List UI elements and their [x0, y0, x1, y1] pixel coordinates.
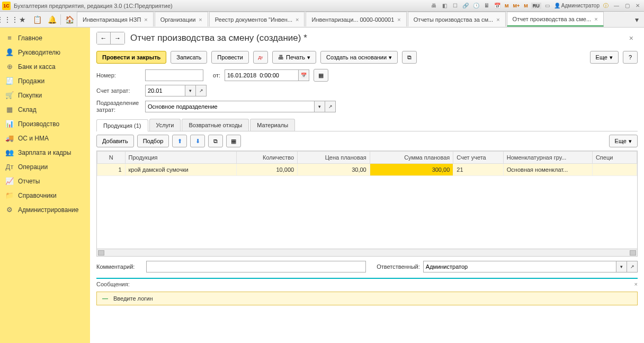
column-header[interactable]: Количество — [236, 152, 298, 164]
sidebar-item[interactable]: 🛒Покупки — [0, 88, 90, 102]
clipboard-icon[interactable]: 📋 — [30, 12, 44, 27]
cell-spec[interactable] — [592, 164, 637, 176]
column-header[interactable]: Сумма плановая — [370, 152, 453, 164]
column-header[interactable]: Номенклатурная гру... — [503, 152, 592, 164]
cell-price[interactable]: 30,00 — [298, 164, 370, 176]
table-more-button[interactable]: Еще ▾ — [609, 135, 638, 147]
account-dropdown-icon[interactable]: ▾ — [185, 85, 196, 96]
structure-icon[interactable]: ⧉ — [402, 51, 417, 64]
create-based-button[interactable]: Создать на основании ▾ — [320, 51, 398, 64]
home-icon[interactable]: 🏠 — [62, 12, 77, 27]
tab[interactable]: Организации× — [155, 12, 208, 27]
messages-close-icon[interactable]: × — [634, 281, 638, 287]
tab-close-icon[interactable]: × — [594, 16, 597, 22]
cell-account[interactable]: 21 — [453, 164, 504, 176]
dept-input[interactable] — [145, 101, 315, 112]
column-header[interactable]: Продукция — [125, 152, 236, 164]
sidebar-item[interactable]: ДтОперации — [0, 160, 90, 174]
save-button[interactable]: Записать — [171, 51, 207, 64]
m-plus-badge[interactable]: M+ — [512, 3, 521, 9]
copy-icon[interactable]: ⧉ — [208, 135, 223, 147]
column-header[interactable]: Счет учета — [453, 152, 504, 164]
back-button[interactable]: ← — [97, 32, 111, 44]
tool-icon-1[interactable]: ◧ — [440, 2, 449, 10]
account-input[interactable] — [145, 85, 185, 96]
post-button[interactable]: Провести — [211, 51, 249, 64]
responsible-input[interactable] — [423, 261, 616, 272]
column-header[interactable]: Цена плановая — [298, 152, 370, 164]
info-icon[interactable]: ⓘ — [602, 2, 610, 10]
column-header[interactable]: N — [97, 152, 126, 164]
link-icon[interactable]: 🔗 — [461, 2, 470, 10]
sidebar-item[interactable]: 📁Справочники — [0, 188, 90, 203]
print-icon[interactable]: 🖶 — [430, 2, 438, 10]
tab[interactable]: Инвентаризаци... 0000-000001× — [306, 12, 406, 27]
add-row-button[interactable]: Добавить — [96, 135, 134, 147]
post-close-button[interactable]: Провести и закрыть — [96, 51, 166, 64]
sidebar-item[interactable]: 📈Отчеты — [0, 174, 90, 188]
star-icon[interactable]: ★ — [15, 12, 30, 27]
date-extra-icon[interactable]: ▦ — [314, 69, 328, 82]
select-button[interactable]: Подбор — [137, 135, 169, 147]
cell-group[interactable]: Основная номенклат... — [503, 164, 592, 176]
responsible-dropdown-icon[interactable]: ▾ — [616, 261, 627, 272]
m-badge[interactable]: M — [504, 3, 510, 9]
horizontal-scrollbar[interactable] — [97, 249, 637, 256]
doc-tab[interactable]: Услуги — [149, 119, 181, 131]
window-icon[interactable]: ▭ — [543, 2, 552, 10]
sidebar-item[interactable]: 🚚ОС и НМА — [0, 131, 90, 145]
cell-qty[interactable]: 10,000 — [236, 164, 298, 176]
sidebar-item[interactable]: 🧾Продажи — [0, 74, 90, 88]
tab[interactable]: Инвентаризация НЗП× — [77, 12, 154, 27]
tab-close-icon[interactable]: × — [199, 16, 202, 23]
sidebar-item[interactable]: 👤Руководителю — [0, 45, 90, 59]
calendar-icon[interactable]: 📅 — [493, 2, 502, 10]
column-header[interactable]: Специ — [592, 152, 637, 164]
tab[interactable]: Реестр документов "Инвен...× — [209, 12, 305, 27]
cell-product[interactable]: крой дамской сумочки — [125, 164, 236, 176]
doc-tab[interactable]: Продукция (1) — [96, 119, 148, 131]
paste-icon[interactable]: ▦ — [226, 135, 241, 147]
number-input[interactable] — [145, 69, 203, 81]
sidebar-item[interactable]: 👥Зарплата и кадры — [0, 145, 90, 160]
tool-icon-2[interactable]: ☐ — [451, 2, 459, 10]
bell-icon[interactable]: 🔔 — [44, 12, 59, 27]
move-down-icon[interactable]: ⬇ — [190, 135, 205, 147]
table-row[interactable]: 1крой дамской сумочки10,00030,00300,0021… — [97, 164, 637, 176]
m-badge-2[interactable]: M — [523, 3, 529, 9]
tab[interactable]: Отчеты производства за см...× — [408, 12, 506, 27]
tab-close-icon[interactable]: × — [496, 16, 499, 23]
maximize-icon[interactable]: ▢ — [623, 2, 631, 10]
dtkt-icon[interactable]: Дт — [253, 51, 268, 64]
clock-icon[interactable]: 🕓 — [472, 2, 480, 10]
tab[interactable]: Отчет производства за сме...× — [507, 12, 604, 27]
close-page-icon[interactable]: × — [625, 34, 638, 42]
cell-sum[interactable]: 300,00 — [370, 164, 453, 176]
close-window-icon[interactable]: ✕ — [633, 2, 642, 10]
tab-close-icon[interactable]: × — [397, 16, 400, 23]
dept-open-icon[interactable]: ↗ — [325, 101, 336, 112]
message-item[interactable]: —Введите логин — [96, 292, 638, 305]
apps-icon[interactable]: ⋮⋮⋮ — [0, 12, 15, 27]
user-menu[interactable]: 👤 Администратор — [554, 3, 600, 8]
print-button[interactable]: 🖶 Печать ▾ — [272, 51, 316, 64]
tab-close-icon[interactable]: × — [144, 16, 147, 23]
doc-tab[interactable]: Возвратные отходы — [182, 119, 249, 131]
forward-button[interactable]: → — [111, 32, 124, 44]
move-up-icon[interactable]: ⬆ — [172, 135, 187, 147]
calendar-picker-icon[interactable]: 📅 — [299, 69, 309, 81]
tabs-dropdown-icon[interactable]: ▾ — [629, 12, 644, 27]
doc-tab[interactable]: Материалы — [250, 119, 295, 131]
lang-badge[interactable]: RU — [531, 3, 541, 9]
sidebar-item[interactable]: ⚙Администрирование — [0, 203, 90, 217]
tab-close-icon[interactable]: × — [296, 16, 299, 23]
sidebar-item[interactable]: 📊Производство — [0, 117, 90, 131]
sidebar-item[interactable]: ⊕Банк и касса — [0, 59, 90, 74]
more-button[interactable]: Еще ▾ — [590, 51, 619, 64]
comment-input[interactable] — [146, 261, 366, 272]
date-input[interactable] — [225, 69, 299, 81]
sidebar-item[interactable]: ≡Главное — [0, 31, 90, 45]
minimize-icon[interactable]: — — [612, 2, 621, 10]
responsible-open-icon[interactable]: ↗ — [627, 261, 638, 272]
calc-icon[interactable]: 🖩 — [482, 2, 491, 10]
